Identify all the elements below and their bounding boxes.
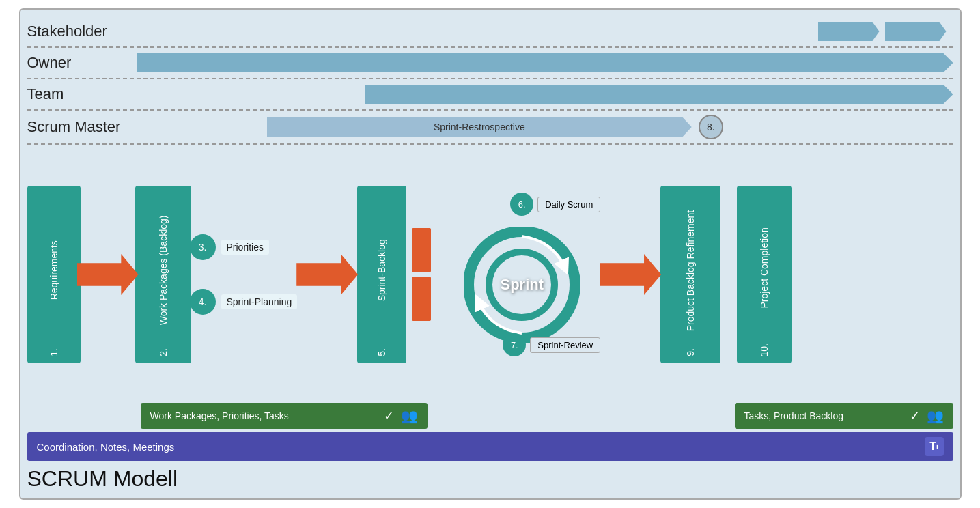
team-bar [365,85,953,104]
sprint-backlog-num: 5. [376,348,387,356]
product-backlog-title: Product Backlog Refinement [685,193,696,348]
scrum-master-content: Sprint-Restrospective 8. [137,115,953,139]
coordination-bar: Coordination, Notes, Meetings T i [27,432,953,461]
work-packages-title: Work Packages (Backlog) [158,193,169,348]
owner-bar [137,53,953,72]
priorities-item: 3. Priorities [190,234,269,260]
sprint-backlog-title: Sprint-Backlog [376,193,387,348]
sprint-planning-item: 4. Sprint-Planning [190,289,298,315]
requirements-num: 1. [48,348,59,356]
sprint-svg [464,227,580,343]
footer-title: SCRUM Modell [27,466,953,492]
daily-scrum-text: Daily Scrum [537,197,600,212]
project-completion-title: Project Completion [759,193,770,343]
people-icon-2: 👥 [927,408,944,424]
num-8-circle: 8. [699,115,723,139]
sprint-planning-text: Sprint-Planning [221,294,298,309]
work-packages-bar: Work Packages, Priorities, Tasks ✓ 👥 [141,403,428,429]
green-bar-spacer [432,403,731,429]
project-completion-box: Project Completion 10. [737,186,792,363]
swimlane-team: Team [27,79,953,111]
green-bars-row: Work Packages, Priorities, Tasks ✓ 👥 Tas… [27,403,953,429]
sprint-review-text: Sprint-Review [530,337,600,353]
wp-bar-icons: ✓ 👥 [384,408,418,424]
work-packages-num: 2. [158,348,169,356]
swimlanes-container: Stakeholder Owner Team Scrum Maste [27,16,953,145]
sprint-block-1 [412,228,431,272]
owner-content [137,51,953,75]
arrow-2-shape [296,254,358,295]
arrow-1-shape [77,254,139,295]
stakeholder-chevrons [818,22,947,41]
swimlane-owner: Owner [27,48,953,79]
project-completion-num: 10. [759,343,770,356]
requirements-box: Requirements 1. [27,186,81,363]
sprint-review-callout: 7. Sprint-Review [503,333,600,356]
wp-priorities-section: Work Packages (Backlog) 2. [135,186,191,363]
process-row: Requirements 1. Work Packages (Backlog) … [27,150,953,399]
swimlane-scrum-master: Scrum Master Sprint-Restrospective 8. [27,111,953,145]
people-icon-1: 👥 [401,408,418,424]
stakeholder-chevron-1 [818,22,880,41]
daily-scrum-callout: 6. Daily Scrum [510,193,600,216]
swimlane-stakeholder: Stakeholder [27,16,953,48]
bottom-bars-container: Work Packages, Priorities, Tasks ✓ 👥 Tas… [27,403,953,461]
sprint-block-2 [412,277,431,321]
arrow-2 [300,254,354,295]
circle-labels: 3. Priorities 4. Sprint-Planning [190,230,298,319]
daily-scrum-circle: 6. [510,193,533,216]
svg-point-0 [468,231,575,338]
work-packages-box: Work Packages (Backlog) 2. [135,186,191,363]
main-frame: Stakeholder Owner Team Scrum Maste [19,8,962,500]
arrow-1 [83,254,132,295]
team-label: Team [27,85,137,103]
product-backlog-num: 9. [685,348,696,356]
priorities-circle: 3. [190,234,216,260]
teams-icon: T i [925,437,944,456]
checkmark-icon-1: ✓ [384,408,394,423]
product-backlog-box: Product Backlog Refinement 9. [660,186,720,363]
tasks-bar-icons: ✓ 👥 [910,408,944,424]
arrow-3 [603,254,658,295]
scrum-master-label: Scrum Master [27,118,137,136]
tasks-backlog-bar: Tasks, Product Backlog ✓ 👥 [735,403,953,429]
requirements-title: Requirements [48,193,59,348]
sprint-review-circle: 7. [503,333,526,356]
stakeholder-label: Stakeholder [27,23,137,40]
sprint-blocks [412,228,431,321]
sprint-diagram: 6. Daily Scrum [436,186,600,363]
team-content [137,82,953,107]
svg-point-1 [489,252,555,318]
sprint-backlog-box: Sprint-Backlog 5. [357,186,406,363]
sprint-circle-area: Sprint [464,227,580,343]
stakeholder-chevron-2 [885,22,947,41]
arrow-3-shape [600,254,661,295]
stakeholder-content [137,19,953,44]
priorities-text: Priorities [221,240,269,255]
retrospective-bar: Sprint-Restrospective [267,117,692,137]
sprint-planning-circle: 4. [190,289,216,315]
checkmark-icon-2: ✓ [910,408,920,423]
owner-label: Owner [27,54,137,72]
